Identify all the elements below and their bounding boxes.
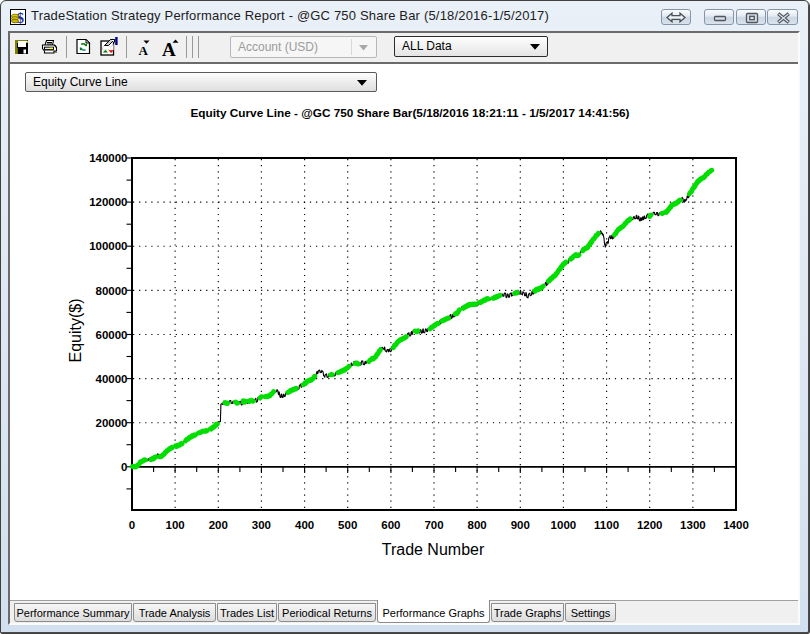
- svg-text:500: 500: [338, 519, 357, 531]
- svg-text:300: 300: [252, 519, 271, 531]
- svg-text:120000: 120000: [89, 196, 127, 208]
- svg-text:1100: 1100: [594, 519, 619, 531]
- svg-text:1300: 1300: [680, 519, 706, 531]
- svg-text:Equity($): Equity($): [67, 298, 84, 362]
- svg-text:0: 0: [129, 519, 135, 531]
- svg-text:700: 700: [424, 519, 443, 531]
- svg-text:100: 100: [166, 519, 185, 531]
- svg-text:Trade Number: Trade Number: [382, 541, 485, 558]
- svg-text:A: A: [139, 43, 149, 56]
- svg-text:40000: 40000: [96, 373, 128, 385]
- svg-text:Equity Curve Line - @GC 750 Sh: Equity Curve Line - @GC 750 Share Bar(5/…: [190, 106, 629, 120]
- svg-text:200: 200: [209, 519, 228, 531]
- svg-text:900: 900: [511, 519, 530, 531]
- svg-text:60000: 60000: [96, 329, 128, 341]
- svg-text:20000: 20000: [96, 417, 128, 429]
- svg-text:400: 400: [295, 519, 314, 531]
- svg-text:1400: 1400: [723, 519, 749, 531]
- svg-text:1200: 1200: [637, 519, 663, 531]
- svg-text:100000: 100000: [89, 240, 127, 252]
- svg-text:800: 800: [468, 519, 487, 531]
- svg-text:0: 0: [121, 461, 127, 473]
- svg-text:80000: 80000: [96, 285, 128, 297]
- svg-text:A: A: [162, 39, 176, 57]
- svg-text:600: 600: [381, 519, 400, 531]
- svg-text:1000: 1000: [551, 519, 577, 531]
- svg-text:140000: 140000: [89, 152, 127, 164]
